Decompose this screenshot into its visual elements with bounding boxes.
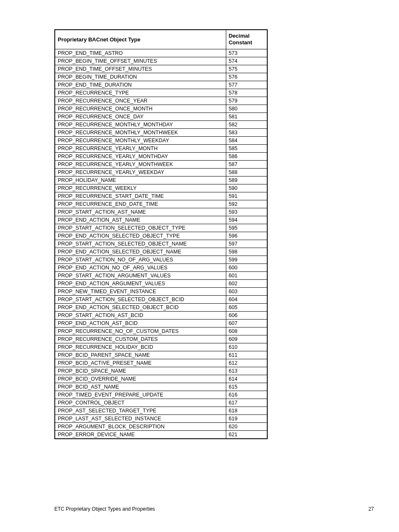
cell-object-type: PROP_ERROR_DEVICE_NAME (55, 430, 226, 439)
table-row: PROP_START_ACTION_SELECTED_OBJECT_BCID60… (55, 295, 267, 303)
cell-decimal-constant: 598 (226, 248, 267, 256)
cell-decimal-constant: 615 (226, 383, 267, 391)
cell-object-type: PROP_BCID_PARENT_SPACE_NAME (55, 351, 226, 359)
table-row: PROP_START_ACTION_SELECTED_OBJECT_TYPE59… (55, 224, 267, 232)
footer-page-number: 27 (368, 506, 374, 512)
table-row: PROP_LAST_AST_SELECTED_INSTANCE619 (55, 414, 267, 422)
table-row: PROP_END_ACTION_SELECTED_OBJECT_NAME598 (55, 248, 267, 256)
table-row: PROP_END_TIME_OFFSET_MINUTES575 (55, 65, 267, 73)
table-row: PROP_BCID_OVERRIDE_NAME614 (55, 375, 267, 383)
table-row: PROP_END_TIME_ASTRO573 (55, 49, 267, 57)
cell-decimal-constant: 588 (226, 168, 267, 176)
cell-object-type: PROP_RECURRENCE_MONTHLY_MONTHDAY (55, 120, 226, 128)
cell-object-type: PROP_END_ACTION_SELECTED_OBJECT_TYPE (55, 232, 226, 240)
cell-object-type: PROP_RECURRENCE_YEARLY_MONTHDAY (55, 152, 226, 160)
table-row: PROP_BCID_ACTIVE_PRESET_NAME612 (55, 359, 267, 367)
cell-decimal-constant: 584 (226, 136, 267, 144)
cell-decimal-constant: 574 (226, 57, 267, 65)
cell-object-type: PROP_END_ACTION_SELECTED_OBJECT_BCID (55, 303, 226, 311)
cell-decimal-constant: 611 (226, 351, 267, 359)
cell-decimal-constant: 614 (226, 375, 267, 383)
cell-object-type: PROP_START_ACTION_AST_NAME (55, 208, 226, 216)
cell-decimal-constant: 613 (226, 367, 267, 375)
cell-decimal-constant: 616 (226, 391, 267, 399)
cell-decimal-constant: 606 (226, 311, 267, 319)
table-row: PROP_START_ACTION_ARGUMENT_VALUES601 (55, 271, 267, 279)
table-row: PROP_END_ACTION_AST_NAME594 (55, 216, 267, 224)
cell-object-type: PROP_RECURRENCE_MONTHLY_MONTHWEEK (55, 128, 226, 136)
cell-decimal-constant: 602 (226, 279, 267, 287)
table-row: PROP_ARGUMENT_BLOCK_DESCRIPTION620 (55, 422, 267, 430)
cell-object-type: PROP_START_ACTION_ARGUMENT_VALUES (55, 271, 226, 279)
table-row: PROP_RECURRENCE_CUSTOM_DATES609 (55, 335, 267, 343)
header-type: Proprietary BACnet Object Type (55, 30, 226, 49)
table-row: PROP_RECURRENCE_START_DATE_TIME591 (55, 192, 267, 200)
table-header-row: Proprietary BACnet Object Type Decimal C… (55, 30, 267, 49)
table-row: PROP_ERROR_DEVICE_NAME621 (55, 430, 267, 439)
cell-object-type: PROP_END_ACTION_SELECTED_OBJECT_NAME (55, 248, 226, 256)
cell-decimal-constant: 589 (226, 176, 267, 184)
cell-object-type: PROP_BCID_ACTIVE_PRESET_NAME (55, 359, 226, 367)
table-row: PROP_RECURRENCE_MONTHLY_MONTHDAY582 (55, 120, 267, 128)
table-row: PROP_AST_SELECTED_TARGET_TYPE618 (55, 407, 267, 414)
table-row: PROP_RECURRENCE_MONTHLY_WEEKDAY584 (55, 136, 267, 144)
cell-decimal-constant: 619 (226, 414, 267, 422)
table-row: PROP_BCID_PARENT_SPACE_NAME611 (55, 351, 267, 359)
table-row: PROP_END_ACTION_SELECTED_OBJECT_BCID605 (55, 303, 267, 311)
cell-object-type: PROP_RECURRENCE_END_DATE_TIME (55, 200, 226, 208)
cell-decimal-constant: 590 (226, 184, 267, 192)
table-row: PROP_RECURRENCE_YEARLY_MONTHDAY586 (55, 152, 267, 160)
cell-decimal-constant: 577 (226, 81, 267, 89)
cell-decimal-constant: 586 (226, 152, 267, 160)
cell-object-type: PROP_RECURRENCE_ONCE_YEAR (55, 97, 226, 105)
cell-decimal-constant: 605 (226, 303, 267, 311)
cell-decimal-constant: 612 (226, 359, 267, 367)
table-row: PROP_BCID_SPACE_NAME613 (55, 367, 267, 375)
table-row: PROP_NEW_TIMED_EVENT_INSTANCE603 (55, 287, 267, 295)
cell-object-type: PROP_RECURRENCE_ONCE_MONTH (55, 105, 226, 113)
cell-decimal-constant: 579 (226, 97, 267, 105)
cell-decimal-constant: 601 (226, 271, 267, 279)
table-row: PROP_END_TIME_DURATION577 (55, 81, 267, 89)
cell-decimal-constant: 608 (226, 327, 267, 335)
cell-object-type: PROP_START_ACTION_SELECTED_OBJECT_TYPE (55, 224, 226, 232)
cell-object-type: PROP_BCID_SPACE_NAME (55, 367, 226, 375)
cell-decimal-constant: 593 (226, 208, 267, 216)
cell-object-type: PROP_END_TIME_ASTRO (55, 49, 226, 57)
cell-decimal-constant: 597 (226, 240, 267, 248)
cell-object-type: PROP_RECURRENCE_YEARLY_MONTH (55, 144, 226, 152)
table-row: PROP_BEGIN_TIME_OFFSET_MINUTES574 (55, 57, 267, 65)
cell-decimal-constant: 591 (226, 192, 267, 200)
cell-decimal-constant: 603 (226, 287, 267, 295)
header-constant-line1: Decimal (229, 33, 250, 39)
cell-object-type: PROP_START_ACTION_NO_OF_ARG_VALUES (55, 256, 226, 263)
cell-decimal-constant: 573 (226, 49, 267, 57)
table-row: PROP_RECURRENCE_YEARLY_WEEKDAY588 (55, 168, 267, 176)
cell-decimal-constant: 580 (226, 105, 267, 113)
cell-object-type: PROP_START_ACTION_SELECTED_OBJECT_BCID (55, 295, 226, 303)
table-row: PROP_RECURRENCE_TYPE578 (55, 89, 267, 97)
cell-decimal-constant: 585 (226, 144, 267, 152)
table-row: PROP_END_ACTION_NO_OF_ARG_VALUES600 (55, 263, 267, 271)
cell-object-type: PROP_RECURRENCE_YEARLY_MONTHWEEK (55, 160, 226, 168)
cell-object-type: PROP_END_ACTION_AST_BCID (55, 319, 226, 327)
cell-object-type: PROP_RECURRENCE_CUSTOM_DATES (55, 335, 226, 343)
cell-object-type: PROP_ARGUMENT_BLOCK_DESCRIPTION (55, 422, 226, 430)
table-row: PROP_RECURRENCE_END_DATE_TIME592 (55, 200, 267, 208)
cell-decimal-constant: 587 (226, 160, 267, 168)
cell-object-type: PROP_RECURRENCE_TYPE (55, 89, 226, 97)
table-row: PROP_HOLIDAY_NAME589 (55, 176, 267, 184)
header-constant-line2: Constant (229, 39, 252, 46)
cell-decimal-constant: 618 (226, 407, 267, 414)
cell-decimal-constant: 581 (226, 113, 267, 120)
table-row: PROP_BCID_AST_NAME615 (55, 383, 267, 391)
cell-decimal-constant: 582 (226, 120, 267, 128)
cell-object-type: PROP_RECURRENCE_WEEKLY (55, 184, 226, 192)
table-row: PROP_END_ACTION_SELECTED_OBJECT_TYPE596 (55, 232, 267, 240)
cell-decimal-constant: 576 (226, 73, 267, 81)
cell-decimal-constant: 609 (226, 335, 267, 343)
table-row: PROP_RECURRENCE_HOLIDAY_BCID610 (55, 343, 267, 351)
cell-object-type: PROP_END_ACTION_AST_NAME (55, 216, 226, 224)
cell-object-type: PROP_BEGIN_TIME_OFFSET_MINUTES (55, 57, 226, 65)
cell-decimal-constant: 621 (226, 430, 267, 439)
